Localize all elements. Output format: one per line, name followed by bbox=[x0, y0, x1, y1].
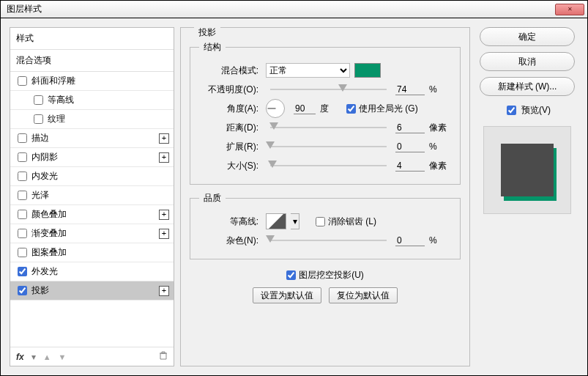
quality-legend: 品质 bbox=[199, 192, 226, 204]
spread-unit: % bbox=[429, 141, 451, 152]
angle-unit: 度 bbox=[320, 103, 342, 115]
add-effect-icon[interactable]: + bbox=[159, 210, 169, 220]
style-item-0[interactable]: 斜面和浮雕 bbox=[10, 72, 174, 91]
preview-checkbox[interactable]: 预览(V) bbox=[504, 103, 551, 117]
style-item-label: 内发光 bbox=[31, 170, 58, 183]
style-item-checkbox[interactable] bbox=[34, 114, 43, 124]
styles-list-panel: 样式 混合选项 斜面和浮雕等高线纹理描边+内阴影+内发光光泽颜色叠加+渐变叠加+… bbox=[10, 27, 174, 366]
style-item-label: 纹理 bbox=[48, 113, 65, 125]
style-item-3[interactable]: 描边+ bbox=[10, 129, 174, 148]
list-footer: fx ▾ ▲ ▼ bbox=[10, 347, 174, 366]
style-item-9[interactable]: 图案叠加 bbox=[10, 243, 174, 262]
style-item-1[interactable]: 等高线 bbox=[10, 91, 174, 110]
style-item-checkbox[interactable] bbox=[18, 133, 27, 143]
style-item-checkbox[interactable] bbox=[18, 191, 27, 200]
style-item-checkbox[interactable] bbox=[18, 210, 27, 219]
angle-value[interactable]: 90 bbox=[294, 103, 316, 114]
titlebar: 图层样式 ✕ bbox=[1, 1, 587, 18]
panel-title: 投影 bbox=[194, 26, 220, 39]
style-item-label: 颜色叠加 bbox=[31, 208, 67, 221]
add-effect-icon[interactable]: + bbox=[159, 133, 169, 144]
structure-legend: 结构 bbox=[199, 41, 226, 54]
style-item-label: 外发光 bbox=[31, 265, 58, 278]
add-effect-icon[interactable]: + bbox=[159, 229, 169, 239]
spread-value[interactable]: 0 bbox=[395, 141, 425, 152]
spread-slider[interactable] bbox=[270, 140, 387, 153]
new-style-button[interactable]: 新建样式 (W)... bbox=[480, 77, 575, 96]
style-item-8[interactable]: 渐变叠加+ bbox=[10, 224, 174, 243]
opacity-value[interactable]: 74 bbox=[395, 84, 425, 95]
distance-slider[interactable] bbox=[270, 121, 387, 134]
fx-icon[interactable]: fx bbox=[16, 352, 24, 362]
opacity-slider[interactable] bbox=[270, 83, 387, 96]
ok-button[interactable]: 确定 bbox=[480, 27, 575, 46]
style-item-label: 斜面和浮雕 bbox=[31, 75, 75, 87]
settings-panel: 投影 结构 混合模式: 正常 不透明度(O): 74 % 角度(A): bbox=[180, 27, 470, 366]
style-item-checkbox[interactable] bbox=[18, 248, 27, 257]
close-icon[interactable]: ✕ bbox=[555, 4, 584, 15]
actions-panel: 确定 取消 新建样式 (W)... 预览(V) bbox=[476, 27, 578, 366]
style-item-label: 等高线 bbox=[48, 94, 74, 106]
size-label: 大小(S): bbox=[199, 160, 261, 172]
style-item-checkbox[interactable] bbox=[18, 286, 27, 295]
style-item-label: 光泽 bbox=[31, 189, 49, 202]
spread-label: 扩展(R): bbox=[199, 141, 261, 153]
style-item-checkbox[interactable] bbox=[18, 152, 27, 162]
contour-picker[interactable] bbox=[266, 213, 286, 229]
style-item-label: 渐变叠加 bbox=[31, 227, 67, 240]
noise-unit: % bbox=[429, 235, 451, 246]
color-swatch[interactable] bbox=[354, 63, 381, 78]
noise-slider[interactable] bbox=[270, 234, 387, 247]
style-item-label: 内阴影 bbox=[31, 151, 58, 163]
distance-unit: 像素 bbox=[429, 122, 451, 134]
contour-label: 等高线: bbox=[199, 215, 261, 228]
style-item-label: 图案叠加 bbox=[31, 246, 67, 259]
style-item-label: 投影 bbox=[31, 284, 49, 297]
blend-mode-label: 混合模式: bbox=[199, 64, 261, 77]
style-item-checkbox[interactable] bbox=[18, 229, 27, 238]
noise-label: 杂色(N): bbox=[199, 235, 261, 247]
opacity-unit: % bbox=[429, 84, 451, 95]
style-item-11[interactable]: 投影+ bbox=[10, 281, 174, 301]
trash-icon[interactable] bbox=[159, 351, 168, 362]
down-icon[interactable]: ▼ bbox=[59, 353, 67, 361]
size-value[interactable]: 4 bbox=[395, 161, 425, 172]
noise-value[interactable]: 0 bbox=[395, 235, 425, 246]
style-item-4[interactable]: 内阴影+ bbox=[10, 148, 174, 167]
add-effect-icon[interactable]: + bbox=[159, 286, 169, 296]
style-item-6[interactable]: 光泽 bbox=[10, 186, 174, 205]
distance-value[interactable]: 6 bbox=[395, 122, 425, 133]
styles-header[interactable]: 样式 bbox=[10, 28, 174, 50]
window-title: 图层样式 bbox=[4, 3, 42, 15]
size-unit: 像素 bbox=[429, 160, 451, 172]
content: 样式 混合选项 斜面和浮雕等高线纹理描边+内阴影+内发光光泽颜色叠加+渐变叠加+… bbox=[1, 18, 587, 375]
style-item-checkbox[interactable] bbox=[34, 95, 43, 105]
up-icon[interactable]: ▲ bbox=[43, 353, 51, 361]
style-item-checkbox[interactable] bbox=[18, 76, 27, 86]
reset-default-button[interactable]: 复位为默认值 bbox=[329, 287, 398, 303]
layer-style-dialog: 图层样式 ✕ 样式 混合选项 斜面和浮雕等高线纹理描边+内阴影+内发光光泽颜色叠… bbox=[0, 0, 588, 376]
distance-label: 距离(D): bbox=[199, 122, 261, 134]
style-item-checkbox[interactable] bbox=[18, 172, 27, 181]
antialias-checkbox[interactable]: 消除锯齿 (L) bbox=[316, 215, 376, 228]
structure-group: 结构 混合模式: 正常 不透明度(O): 74 % 角度(A): 90 度 bbox=[190, 41, 461, 185]
style-items: 斜面和浮雕等高线纹理描边+内阴影+内发光光泽颜色叠加+渐变叠加+图案叠加外发光投… bbox=[10, 72, 174, 301]
style-item-7[interactable]: 颜色叠加+ bbox=[10, 205, 174, 224]
contour-dropdown-icon[interactable]: ▾ bbox=[291, 213, 299, 229]
cancel-button[interactable]: 取消 bbox=[480, 52, 575, 71]
add-effect-icon[interactable]: + bbox=[159, 152, 169, 163]
blend-mode-select[interactable]: 正常 bbox=[266, 63, 350, 78]
size-slider[interactable] bbox=[270, 159, 387, 172]
knockout-checkbox[interactable]: 图层挖空投影(U) bbox=[286, 269, 364, 281]
style-item-checkbox[interactable] bbox=[18, 267, 27, 276]
fx-dropdown-icon[interactable]: ▾ bbox=[31, 352, 36, 362]
global-light-checkbox[interactable]: 使用全局光 (G) bbox=[346, 103, 418, 115]
make-default-button[interactable]: 设置为默认值 bbox=[253, 287, 321, 303]
blend-options-header[interactable]: 混合选项 bbox=[10, 50, 174, 72]
preview-shape bbox=[501, 144, 554, 196]
style-item-2[interactable]: 纹理 bbox=[10, 110, 174, 129]
style-item-5[interactable]: 内发光 bbox=[10, 167, 174, 186]
angle-dial[interactable] bbox=[266, 99, 285, 118]
style-item-10[interactable]: 外发光 bbox=[10, 262, 174, 281]
quality-group: 品质 等高线: ▾ 消除锯齿 (L) 杂色(N): 0 % bbox=[190, 192, 461, 259]
